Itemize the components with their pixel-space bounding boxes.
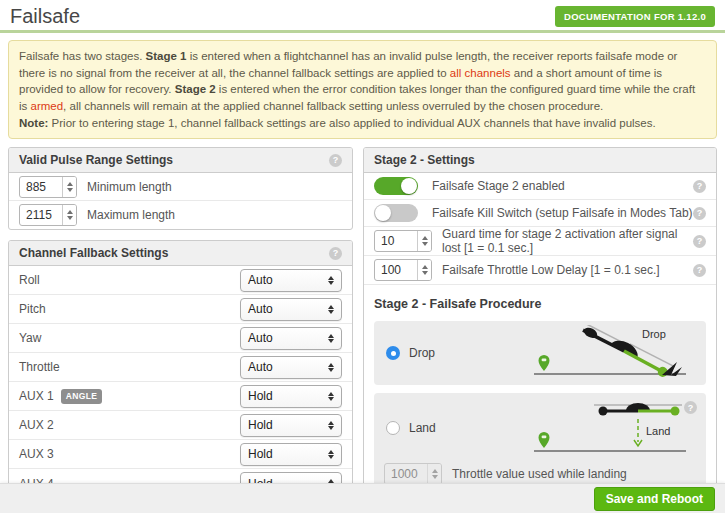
- note-text: Failsafe has two stages.: [19, 50, 146, 62]
- maximum-length-row: 2115 Maximum length: [9, 201, 352, 229]
- channel-label: AUX 1 ANGLE: [19, 389, 240, 404]
- select-arrows-icon: [328, 450, 334, 459]
- land-illustration: Land: [526, 399, 696, 457]
- page-header: Failsafe DOCUMENTATION FOR 1.12.0: [0, 0, 725, 30]
- fallback-select-throttle[interactable]: Auto: [240, 356, 342, 379]
- fallback-row-aux3: AUX 3 Hold: [9, 440, 352, 469]
- location-pin-icon: [539, 432, 550, 448]
- help-icon[interactable]: ?: [693, 180, 706, 193]
- left-column: Valid Pulse Range Settings ? 885 Minimum…: [8, 147, 353, 499]
- spinner-icon[interactable]: [62, 177, 76, 197]
- drop-illustration: Drop: [526, 325, 696, 381]
- fallback-select-aux3[interactable]: Hold: [240, 443, 342, 466]
- guard-time-label: Guard time for stage 2 activation after …: [442, 227, 693, 255]
- minimum-length-label: Minimum length: [87, 180, 342, 194]
- valid-pulse-panel-header: Valid Pulse Range Settings ?: [9, 148, 352, 173]
- help-icon[interactable]: ?: [693, 264, 706, 277]
- procedure-title: Stage 2 - Failsafe Procedure: [364, 285, 716, 313]
- kill-switch-row: Failsafe Kill Switch (setup Failsafe in …: [364, 200, 716, 227]
- throttle-low-delay-label: Failsafe Throttle Low Delay [1 = 0.1 sec…: [442, 263, 693, 277]
- spinner-icon[interactable]: [427, 464, 441, 484]
- spinner-icon[interactable]: [417, 260, 431, 280]
- note-text: , all channels will remain at the applie…: [63, 100, 603, 112]
- channel-label: Roll: [19, 273, 240, 287]
- fallback-select-roll[interactable]: Auto: [240, 269, 342, 292]
- right-column: Stage 2 - Settings Failsafe Stage 2 enab…: [363, 147, 717, 513]
- land-radio[interactable]: [386, 421, 400, 435]
- stage2-panel-title: Stage 2 - Settings: [374, 153, 475, 167]
- select-arrows-icon: [328, 392, 334, 401]
- valid-pulse-panel: Valid Pulse Range Settings ? 885 Minimum…: [8, 147, 353, 230]
- stage2-enabled-row: Failsafe Stage 2 enabled ?: [364, 173, 716, 200]
- select-arrows-icon: [328, 276, 334, 285]
- fallback-row-throttle: Throttle Auto: [9, 353, 352, 382]
- guard-time-row: 10 Guard time for stage 2 activation aft…: [364, 227, 716, 256]
- land-radio-label: Land: [409, 421, 436, 435]
- note-text: Prior to entering stage 1, channel fallb…: [48, 117, 655, 129]
- note-note-label: Note:: [19, 117, 48, 129]
- channel-label: AUX 2: [19, 418, 240, 432]
- help-icon[interactable]: ?: [693, 207, 706, 220]
- fallback-select-yaw[interactable]: Auto: [240, 327, 342, 350]
- channel-fallback-panel: Channel Fallback Settings ? Roll Auto Pi…: [8, 240, 353, 499]
- fallback-row-aux1: AUX 1 ANGLE Hold: [9, 382, 352, 411]
- kill-switch-toggle[interactable]: [374, 204, 418, 222]
- channel-label: Throttle: [19, 360, 240, 374]
- help-icon[interactable]: ?: [693, 235, 706, 248]
- drop-radio[interactable]: [386, 346, 400, 360]
- channel-label: Pitch: [19, 302, 240, 316]
- save-and-reboot-button[interactable]: Save and Reboot: [594, 487, 715, 511]
- minimum-length-input[interactable]: 885: [19, 176, 77, 198]
- page-title: Failsafe: [10, 5, 80, 28]
- minimum-length-row: 885 Minimum length: [9, 173, 352, 201]
- note-all-channels: all channels: [450, 67, 511, 79]
- fallback-row-pitch: Pitch Auto: [9, 295, 352, 324]
- maximum-length-label: Maximum length: [87, 208, 342, 222]
- throttle-low-delay-input[interactable]: 100: [374, 259, 432, 281]
- channel-label: AUX 3: [19, 447, 240, 461]
- select-arrows-icon: [328, 334, 334, 343]
- toggle-knob: [375, 205, 391, 221]
- toggle-knob: [401, 178, 417, 194]
- fallback-select-aux2[interactable]: Hold: [240, 414, 342, 437]
- channel-fallback-panel-title: Channel Fallback Settings: [19, 246, 168, 260]
- throttle-low-delay-row: 100 Failsafe Throttle Low Delay [1 = 0.1…: [364, 256, 716, 285]
- angle-mode-badge: ANGLE: [61, 389, 103, 404]
- kill-switch-label: Failsafe Kill Switch (setup Failsafe in …: [432, 206, 693, 220]
- help-icon[interactable]: ?: [329, 154, 342, 167]
- land-option-row: Land: [384, 399, 696, 457]
- guard-time-input[interactable]: 10: [374, 230, 432, 252]
- channel-label: Yaw: [19, 331, 240, 345]
- spinner-icon[interactable]: [417, 231, 431, 251]
- fallback-select-pitch[interactable]: Auto: [240, 298, 342, 321]
- svg-text:Land: Land: [646, 425, 670, 437]
- stage2-panel-header: Stage 2 - Settings: [364, 148, 716, 173]
- select-arrows-icon: [328, 421, 334, 430]
- channel-fallback-panel-header: Channel Fallback Settings ?: [9, 241, 352, 266]
- documentation-button[interactable]: DOCUMENTATION FOR 1.12.0: [555, 6, 715, 27]
- header-divider: [0, 30, 725, 33]
- procedure-option-drop: Drop: [374, 321, 706, 385]
- failsafe-note: Failsafe has two stages. Stage 1 is ente…: [8, 40, 717, 139]
- fallback-row-aux2: AUX 2 Hold: [9, 411, 352, 440]
- stage2-panel: Stage 2 - Settings Failsafe Stage 2 enab…: [363, 147, 717, 513]
- select-arrows-icon: [328, 305, 334, 314]
- select-arrows-icon: [328, 363, 334, 372]
- main-content: Valid Pulse Range Settings ? 885 Minimum…: [8, 147, 717, 513]
- maximum-length-input[interactable]: 2115: [19, 204, 77, 226]
- note-stage2: Stage 2: [175, 83, 216, 95]
- valid-pulse-panel-title: Valid Pulse Range Settings: [19, 153, 173, 167]
- fallback-row-roll: Roll Auto: [9, 266, 352, 295]
- footer-bar: Save and Reboot: [0, 483, 725, 513]
- drop-radio-label: Drop: [409, 346, 435, 360]
- fallback-select-aux1[interactable]: Hold: [240, 385, 342, 408]
- spinner-icon[interactable]: [62, 205, 76, 225]
- note-stage1: Stage 1: [146, 50, 187, 62]
- svg-text:Drop: Drop: [642, 328, 666, 340]
- location-pin-icon: [539, 355, 550, 371]
- note-armed: armed: [31, 100, 64, 112]
- landing-throttle-label: Throttle value used while landing: [452, 467, 696, 481]
- stage2-enabled-toggle[interactable]: [374, 177, 418, 195]
- help-icon[interactable]: ?: [329, 247, 342, 260]
- stage2-enabled-label: Failsafe Stage 2 enabled: [432, 179, 693, 193]
